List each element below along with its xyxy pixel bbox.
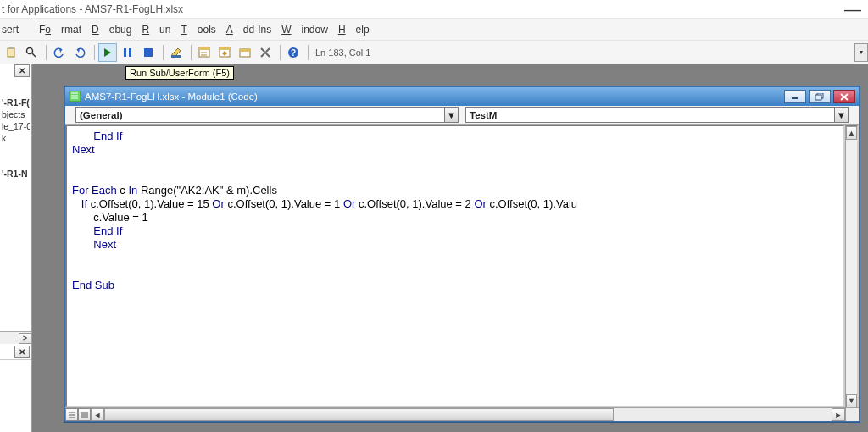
cursor-position: Ln 183, Col 1 bbox=[315, 47, 370, 58]
svg-rect-15 bbox=[220, 47, 230, 50]
scroll-right-icon[interactable]: > bbox=[19, 333, 31, 344]
project-explorer-panel: ✕ '-R1-F( bjects le_17-0 k '-R1-N > ✕ bbox=[0, 64, 32, 432]
object-dropdown[interactable]: (General)▼ bbox=[75, 107, 459, 123]
full-module-view-button[interactable] bbox=[78, 408, 91, 421]
run-button[interactable] bbox=[98, 43, 117, 62]
scroll-left-icon[interactable]: ◄ bbox=[91, 408, 104, 421]
svg-point-2 bbox=[27, 47, 33, 53]
window-minimize-button[interactable] bbox=[784, 90, 806, 103]
svg-rect-9 bbox=[171, 55, 181, 58]
menu-tools[interactable]: Tools bbox=[181, 24, 215, 36]
svg-rect-5 bbox=[124, 48, 126, 57]
tree-item[interactable]: le_17-0 bbox=[2, 120, 30, 132]
reset-button[interactable] bbox=[139, 43, 158, 62]
svg-rect-6 bbox=[129, 48, 131, 57]
procedure-view-button[interactable] bbox=[65, 408, 78, 421]
properties-window-button[interactable] bbox=[215, 43, 234, 62]
svg-marker-4 bbox=[104, 48, 111, 57]
scroll-down-icon[interactable]: ▼ bbox=[846, 394, 857, 407]
svg-rect-30 bbox=[815, 95, 821, 100]
menu-format[interactable]: Format bbox=[39, 24, 81, 36]
paste-button[interactable] bbox=[2, 43, 20, 62]
scroll-right-icon[interactable]: ► bbox=[832, 408, 845, 421]
module-icon bbox=[69, 91, 81, 103]
horizontal-scrollbar[interactable]: ◄ ► bbox=[91, 408, 845, 421]
scroll-up-icon[interactable]: ▲ bbox=[846, 126, 857, 140]
run-tooltip: Run Sub/UserForm (F5) bbox=[125, 66, 234, 80]
code-window-titlebar[interactable]: AMS7-R1-FogLH.xlsx - Module1 (Code) bbox=[65, 87, 859, 106]
title-bar: t for Applications - AMS7-R1-FogLH.xlsx … bbox=[0, 0, 868, 19]
undo-button[interactable] bbox=[50, 43, 69, 62]
svg-rect-7 bbox=[144, 48, 153, 57]
redo-button[interactable] bbox=[70, 43, 89, 62]
tree-item[interactable]: '-R1-F( bbox=[2, 97, 30, 108]
svg-rect-0 bbox=[8, 48, 14, 57]
tree-item[interactable]: '-R1-N bbox=[2, 168, 30, 180]
vertical-scrollbar[interactable]: ▲ ▼ bbox=[845, 125, 859, 407]
window-minimize-button[interactable]: — bbox=[844, 0, 861, 19]
svg-text:?: ? bbox=[291, 48, 296, 58]
code-window: AMS7-R1-FogLH.xlsx - Module1 (Code) (Gen… bbox=[64, 86, 860, 422]
svg-rect-18 bbox=[240, 49, 250, 52]
help-button[interactable]: ? bbox=[284, 43, 303, 62]
tree-item[interactable]: bjects bbox=[2, 108, 30, 120]
object-browser-button[interactable] bbox=[236, 43, 254, 62]
code-editor[interactable]: End If Next For Each c In Range("AK2:AK"… bbox=[65, 125, 845, 407]
svg-rect-11 bbox=[199, 47, 209, 50]
chevron-down-icon: ▼ bbox=[834, 108, 848, 122]
toolbar: ? Ln 183, Col 1 ▾ bbox=[0, 41, 868, 64]
menu-help[interactable]: Help bbox=[338, 24, 370, 36]
toolbox-button[interactable] bbox=[256, 43, 275, 62]
code-window-title: AMS7-R1-FogLH.xlsx - Module1 (Code) bbox=[85, 91, 258, 102]
design-mode-button[interactable] bbox=[167, 43, 186, 62]
window-restore-button[interactable] bbox=[809, 90, 831, 103]
menu-window[interactable]: Window bbox=[281, 24, 328, 36]
menu-bar: sert Format Debug Run Tools Add-Ins Wind… bbox=[0, 19, 868, 41]
menu-insert[interactable]: sert bbox=[2, 24, 29, 36]
toolbar-overflow[interactable]: ▾ bbox=[854, 43, 868, 62]
mdi-area: Run Sub/UserForm (F5) AMS7-R1-FogLH.xlsx… bbox=[32, 64, 868, 432]
menu-addins[interactable]: Add-Ins bbox=[226, 24, 271, 36]
menu-run[interactable]: Run bbox=[142, 24, 170, 36]
chevron-down-icon: ▼ bbox=[444, 108, 458, 122]
break-button[interactable] bbox=[119, 43, 137, 62]
svg-point-21 bbox=[264, 51, 267, 54]
project-explorer-button[interactable] bbox=[195, 43, 214, 62]
panel-close-button[interactable]: ✕ bbox=[14, 64, 30, 77]
svg-line-3 bbox=[32, 53, 36, 57]
svg-rect-1 bbox=[9, 47, 13, 49]
find-button[interactable] bbox=[22, 43, 41, 62]
procedure-dropdown[interactable]: TestM▼ bbox=[465, 107, 849, 123]
menu-debug[interactable]: Debug bbox=[92, 24, 131, 36]
tree-item[interactable]: k bbox=[2, 132, 30, 144]
app-title: t for Applications - AMS7-R1-FogLH.xlsx bbox=[0, 3, 183, 15]
panel-close-button-2[interactable]: ✕ bbox=[14, 346, 30, 358]
window-close-button[interactable] bbox=[833, 90, 855, 103]
